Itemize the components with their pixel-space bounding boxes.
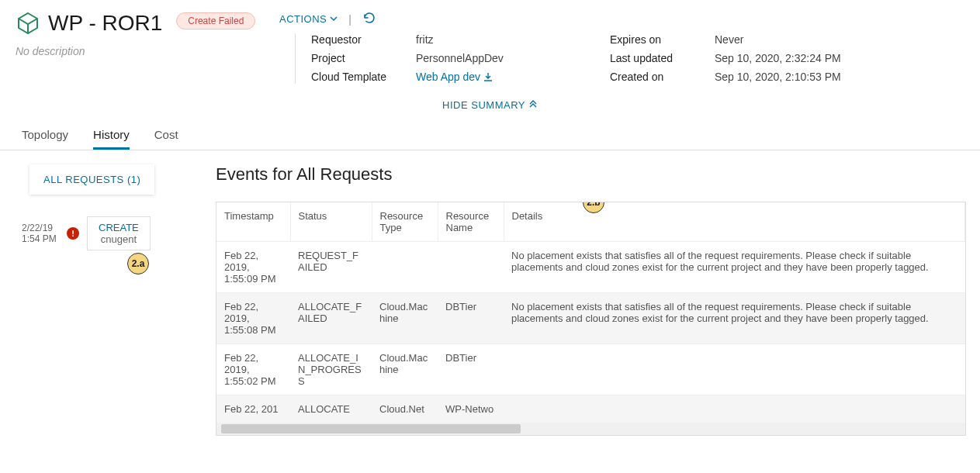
summary-value-cloud-template: Web App dev: [416, 71, 610, 84]
page-header: WP - ROR1 Create Failed No description A…: [0, 0, 980, 84]
cell-resource-name: [438, 242, 504, 293]
separator: |: [348, 13, 351, 26]
status-badge: Create Failed: [176, 12, 255, 29]
horizontal-scrollbar[interactable]: [216, 423, 965, 435]
summary-label-cloud-template: Cloud Template: [311, 71, 416, 83]
cell-timestamp: Feb 22, 2019, 1:55:08 PM: [216, 293, 290, 344]
summary-label-project: Project: [311, 52, 416, 64]
summary-label-requestor: Requestor: [311, 33, 416, 46]
cell-resource-name: WP-Netwo: [438, 395, 504, 423]
cell-details: [504, 344, 965, 395]
col-status[interactable]: Status: [290, 202, 372, 242]
request-user: cnugent: [99, 233, 139, 245]
col-details[interactable]: Details: [504, 202, 965, 242]
summary-value-project: PersonnelAppDev: [416, 52, 610, 64]
title-block: WP - ROR1 Create Failed No description: [16, 11, 279, 57]
hide-summary-label: HIDE SUMMARY: [442, 99, 525, 111]
cell-resource-type: Cloud.Machine: [372, 293, 438, 344]
error-icon: !: [67, 227, 79, 240]
request-action: CREATE: [99, 222, 139, 233]
summary-value-expires: Never: [715, 33, 909, 46]
chevron-down-icon: [330, 13, 338, 25]
table-row: Feb 22, 2019, 1:55:08 PM ALLOCATE_FAILED…: [216, 293, 965, 344]
tab-history[interactable]: History: [93, 122, 130, 150]
history-sidebar: ALL REQUESTS (1) 2/22/19 1:54 PM ! CREAT…: [14, 164, 185, 436]
summary-value-created-on: Sep 10, 2020, 2:10:53 PM: [715, 71, 909, 83]
cell-resource-name: DBTier: [438, 293, 504, 344]
cell-timestamp: Feb 22, 2019, 1:55:09 PM: [216, 242, 290, 293]
summary-grid: Requestor Project Cloud Template fritz P…: [295, 33, 964, 84]
col-resource-name[interactable]: Resource Name: [438, 202, 504, 242]
tab-topology[interactable]: Topology: [22, 122, 68, 150]
summary-label-created-on: Created on: [610, 71, 715, 83]
tabs: Topology History Cost: [0, 122, 980, 150]
summary-label-last-updated: Last updated: [610, 52, 715, 64]
cell-status: ALLOCATE: [290, 395, 372, 423]
summary-value-last-updated: Sep 10, 2020, 2:32:24 PM: [715, 52, 909, 64]
actions-label: ACTIONS: [279, 13, 327, 25]
summary-right-values: Never Sep 10, 2020, 2:32:24 PM Sep 10, 2…: [715, 33, 909, 84]
summary-label-expires: Expires on: [610, 33, 715, 46]
cell-resource-type: [372, 242, 438, 293]
summary-left-values: fritz PersonnelAppDev Web App dev: [416, 33, 610, 84]
table-row: Feb 22, 2019, 1:55:02 PM ALLOCATE_IN_PRO…: [216, 344, 965, 395]
cell-details: [504, 395, 965, 423]
table-row: Feb 22, 201 ALLOCATE Cloud.Net WP-Netwo: [216, 395, 965, 423]
title-row: WP - ROR1 Create Failed: [16, 11, 279, 36]
cell-resource-type: Cloud.Net: [372, 395, 438, 423]
cell-status: ALLOCATE_IN_PROGRESS: [290, 344, 372, 395]
col-resource-type[interactable]: Resource Type: [372, 202, 438, 242]
cell-details: No placement exists that satisfies all o…: [504, 242, 965, 293]
content: ALL REQUESTS (1) 2/22/19 1:54 PM ! CREAT…: [0, 150, 980, 436]
cell-timestamp: Feb 22, 2019, 1:55:02 PM: [216, 344, 290, 395]
summary-right-labels: Expires on Last updated Created on: [610, 33, 715, 84]
request-item: 2/22/19 1:54 PM ! CREATE cnugent: [14, 216, 185, 250]
hide-summary-toggle[interactable]: HIDE SUMMARY: [0, 84, 980, 122]
cell-resource-name: DBTier: [438, 344, 504, 395]
col-timestamp[interactable]: Timestamp: [216, 202, 290, 242]
download-icon[interactable]: [483, 71, 493, 84]
tab-cost[interactable]: Cost: [154, 122, 178, 150]
cell-status: REQUEST_FAILED: [290, 242, 372, 293]
cell-status: ALLOCATE_FAILED: [290, 293, 372, 344]
no-description-text: No description: [16, 45, 279, 57]
summary-value-requestor: fritz: [416, 33, 610, 46]
events-title: Events for All Requests: [216, 164, 966, 185]
table-row: Feb 22, 2019, 1:55:09 PM REQUEST_FAILED …: [216, 242, 965, 293]
cloud-template-link[interactable]: Web App dev: [416, 71, 480, 83]
cube-icon: [16, 11, 40, 36]
request-time: 1:54 PM: [22, 233, 59, 244]
events-table-wrapper: Timestamp Status Resource Type Resource …: [216, 202, 966, 436]
request-timestamp: 2/22/19 1:54 PM: [22, 223, 59, 244]
actions-area: ACTIONS |: [279, 11, 964, 27]
header-right: ACTIONS | Requestor Project Cloud Templa…: [279, 11, 964, 84]
actions-dropdown[interactable]: ACTIONS: [279, 13, 338, 25]
events-main: Events for All Requests Timestamp Status…: [185, 164, 966, 436]
all-requests-button[interactable]: ALL REQUESTS (1): [29, 164, 154, 195]
summary-left-labels: Requestor Project Cloud Template: [311, 33, 416, 84]
events-table: Timestamp Status Resource Type Resource …: [216, 202, 965, 423]
request-date: 2/22/19: [22, 223, 59, 233]
refresh-icon[interactable]: [362, 11, 376, 27]
cell-timestamp: Feb 22, 201: [216, 395, 290, 423]
scrollbar-thumb[interactable]: [221, 424, 521, 433]
cell-resource-type: Cloud.Machine: [372, 344, 438, 395]
page-title: WP - ROR1: [48, 11, 162, 36]
cell-details: No placement exists that satisfies all o…: [504, 293, 965, 344]
request-card[interactable]: CREATE cnugent: [87, 216, 151, 250]
chevron-up-double-icon: [528, 99, 538, 111]
